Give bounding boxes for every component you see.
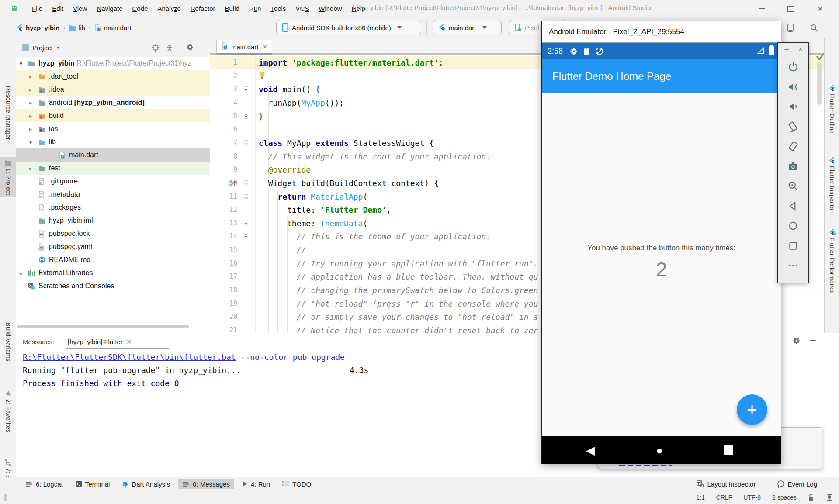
menu-edit[interactable]: Edit	[47, 5, 68, 12]
tool-stripe-button-flutter-outline[interactable]: Flutter Outline	[825, 82, 839, 136]
menu-navigate[interactable]: Navigate	[92, 5, 127, 12]
tree-item-test[interactable]: ▸test	[16, 162, 211, 175]
override-marker-icon[interactable]	[228, 179, 237, 187]
editor-scrollbar[interactable]	[817, 63, 822, 105]
tool-stripe-button-2-favorites[interactable]: 2: Favorites	[0, 388, 16, 435]
fab-add-button[interactable]: +	[737, 394, 767, 425]
tree-item-lib[interactable]: ▾lib	[16, 135, 211, 148]
tool-stripe-button-resource-manager[interactable]: Resource Manager	[0, 84, 16, 142]
collapse-all-icon[interactable]	[166, 44, 173, 52]
tool-window-button-terminal[interactable]: Terminal	[71, 479, 114, 489]
menu-analyze[interactable]: Analyze	[153, 5, 185, 12]
tool-window-button-layout-inspector[interactable]: Layout Inspector	[692, 479, 760, 489]
tree-item-pubspec-yaml[interactable]: YMLpubspec.yaml	[16, 240, 211, 253]
search-everywhere-icon[interactable]	[809, 23, 819, 33]
status-item[interactable]: CRLF	[716, 494, 732, 501]
tool-window-button-0-messages[interactable]: 0: Messages	[178, 479, 234, 489]
tab-close-icon[interactable]: ✕	[126, 338, 132, 345]
volume-up-icon[interactable]	[787, 81, 799, 93]
fold-marker-icon[interactable]	[243, 221, 249, 226]
menu-refactor[interactable]: Refactor	[186, 5, 220, 12]
back-icon[interactable]	[787, 200, 799, 212]
emulator-minimize-button[interactable]: –	[781, 45, 792, 53]
tool-stripe-button-flutter-performance[interactable]: Flutter Performance	[825, 226, 839, 296]
fold-marker-icon[interactable]	[243, 114, 249, 119]
settings-gear-icon[interactable]	[186, 43, 194, 52]
nav-overview-button[interactable]	[715, 436, 742, 464]
tree-item--idea[interactable]: ▸.idea	[16, 83, 211, 96]
tree-item-main-dart[interactable]: main.dart	[16, 148, 211, 162]
tool-window-button-4-run[interactable]: 4: Run	[238, 479, 274, 489]
rotate-right-icon[interactable]	[787, 141, 799, 152]
intention-bulb-icon[interactable]	[259, 71, 265, 79]
breadcrumb-item[interactable]: lib	[79, 24, 85, 31]
tab-close-icon[interactable]: ✕	[263, 43, 268, 50]
home-icon[interactable]	[787, 220, 799, 231]
emulator-screen[interactable]: DEBUG 2:58 Flutter Demo Home Page You ha…	[542, 43, 781, 464]
tool-stripe-button-flutter-inspector[interactable]: Flutter Inspector	[825, 155, 839, 214]
fold-marker-icon[interactable]	[243, 234, 249, 239]
tool-window-button-6-logcat[interactable]: 6: Logcat	[21, 479, 67, 489]
emulator-close-button[interactable]: ×	[795, 45, 806, 53]
fold-marker-icon[interactable]	[243, 86, 249, 92]
device-selector-dropdown[interactable]: Android SDK built for x86 (mobile)	[276, 20, 421, 35]
fold-marker-icon[interactable]	[243, 194, 249, 200]
breadcrumb-item[interactable]: hyzp_yibin	[26, 24, 60, 31]
window-close-button[interactable]: ×	[813, 3, 828, 14]
project-panel-title[interactable]: Project	[32, 44, 53, 52]
chevron-collapsed-icon[interactable]: ▸	[28, 113, 33, 119]
tree-item--gitignore[interactable]: .gitignore	[16, 175, 211, 188]
lock-icon[interactable]	[808, 494, 815, 501]
tree-item-external-libraries[interactable]: ▸External Libraries	[16, 266, 211, 280]
status-item[interactable]: 1:1	[696, 494, 704, 501]
tool-window-button-todo[interactable]: TODO	[278, 479, 315, 489]
menu-view[interactable]: View	[68, 5, 92, 12]
tree-item-readme-md[interactable]: README.md	[16, 253, 211, 266]
window-maximize-button[interactable]	[784, 3, 798, 14]
chevron-expanded-icon[interactable]: ▾	[18, 60, 24, 67]
horizontal-scrollbar[interactable]	[17, 325, 189, 328]
chevron-collapsed-icon[interactable]: ▸	[28, 126, 33, 132]
tree-item-hyzp-yibin-iml[interactable]: hyzp_yibin.iml	[16, 214, 211, 227]
menu-build[interactable]: Build	[220, 5, 244, 12]
fold-marker-icon[interactable]	[243, 140, 249, 146]
tree-item-pubspec-lock[interactable]: pubspec.lock	[16, 227, 211, 240]
tree-item-hyzp-yibin[interactable]: ▾hyzp_yibin R:\FlutterProject\FlutterPro…	[16, 57, 211, 70]
rotate-left-icon[interactable]	[787, 121, 799, 132]
tree-item-android[interactable]: ▸android [hyzp_yibin_android]	[16, 96, 211, 109]
chevron-collapsed-icon[interactable]: ▸	[28, 100, 33, 106]
inspection-ok-icon[interactable]	[816, 53, 824, 60]
hide-panel-icon[interactable]	[200, 48, 206, 48]
fold-marker-icon[interactable]	[243, 180, 249, 186]
console-link[interactable]: R:\Flutter\FlutterSDK\flutter\bin\flutte…	[23, 352, 236, 362]
zoom-icon[interactable]	[787, 180, 799, 192]
hide-panel-icon[interactable]	[810, 340, 816, 341]
profile-icon[interactable]	[826, 494, 833, 501]
menu-vcs[interactable]: VCS	[291, 5, 314, 12]
tool-stripe-button-build-variants[interactable]: Build Variants	[0, 320, 16, 364]
tool-window-button-event-log[interactable]: Event Log	[773, 479, 822, 489]
messages-tab[interactable]: [hyzp_yibin] Flutter✕	[68, 338, 132, 346]
menu-code[interactable]: Code	[128, 5, 153, 12]
tree-item-scratches-and-consoles[interactable]: Scratches and Consoles	[16, 280, 211, 293]
tree-item--metadata[interactable]: .metadata	[16, 188, 211, 201]
run-config-dropdown[interactable]: main.dart	[433, 20, 502, 35]
window-minimize-button[interactable]	[754, 3, 769, 14]
volume-down-icon[interactable]	[787, 101, 799, 112]
tab-main-dart[interactable]: main.dart ✕	[216, 40, 272, 55]
emulator-title-bar[interactable]: Android Emulator - Pixel_2_API_29:5554	[542, 21, 781, 43]
tree-item--dart-tool[interactable]: ▸.dart_tool	[16, 70, 211, 83]
menu-window[interactable]: Window	[314, 5, 347, 12]
more-icon[interactable]	[787, 260, 799, 271]
tree-item-build[interactable]: ▸build	[16, 109, 211, 122]
menu-tools[interactable]: Tools	[266, 5, 291, 12]
overview-icon[interactable]	[787, 240, 799, 252]
status-item[interactable]: 2 spaces	[772, 494, 797, 501]
nav-back-button[interactable]: ◀	[577, 436, 603, 464]
chevron-collapsed-icon[interactable]: ▸	[18, 270, 24, 276]
tool-window-button-dart-analysis[interactable]: Dart Analysis	[118, 479, 174, 489]
breadcrumb-item[interactable]: main.dart	[104, 24, 132, 31]
power-icon[interactable]	[787, 61, 799, 72]
tree-item--packages[interactable]: .packages	[16, 201, 211, 214]
chevron-collapsed-icon[interactable]: ▸	[28, 73, 33, 80]
